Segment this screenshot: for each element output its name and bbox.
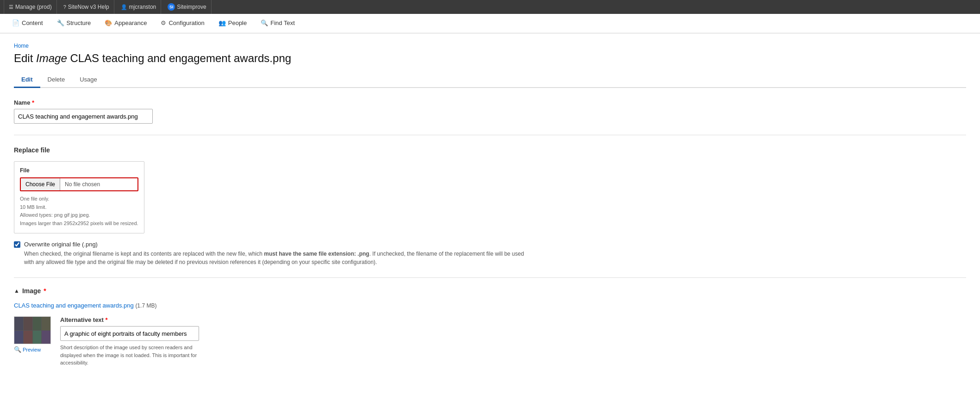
configuration-icon: ⚙ xyxy=(161,19,166,26)
tab-edit[interactable]: Edit xyxy=(14,72,40,88)
preview-link[interactable]: 🔍 Preview xyxy=(14,346,51,353)
name-field-group: Name * xyxy=(14,99,966,124)
image-file-link-row: CLAS teaching and engagement awards.png … xyxy=(14,302,966,309)
file-upload-box: File Choose File No file chosen One file… xyxy=(14,161,144,233)
image-section: ▲ Image * CLAS teaching and engagement a… xyxy=(14,277,966,367)
thumb-cell-5 xyxy=(14,331,23,344)
page-title: Edit Image CLAS teaching and engagement … xyxy=(14,52,966,65)
thumb-cell-2 xyxy=(24,317,32,330)
alt-text-input[interactable] xyxy=(60,326,199,341)
find-text-icon: 🔍 xyxy=(261,19,268,26)
structure-icon: 🔧 xyxy=(57,19,64,26)
thumb-cell-1 xyxy=(14,317,23,330)
name-input[interactable] xyxy=(14,109,153,124)
nav-find-text[interactable]: 🔍 Find Text xyxy=(254,14,301,33)
file-input-row: Choose File No file chosen xyxy=(20,177,138,191)
topbar: ☰ Manage (prod) ? SiteNow v3 Help 👤 mjcr… xyxy=(0,0,980,14)
file-size-value: (1.7 MB) xyxy=(135,302,156,309)
collapse-icon[interactable]: ▲ xyxy=(14,288,19,294)
appearance-icon: 🎨 xyxy=(105,19,112,26)
overwrite-row: Overwrite original file (.png) xyxy=(14,241,966,248)
name-label: Name * xyxy=(14,99,966,106)
file-hints: One file only. 10 MB limit. Allowed type… xyxy=(20,195,138,227)
thumb-cell-3 xyxy=(33,317,42,330)
choose-file-button[interactable]: Choose File xyxy=(21,178,60,190)
thumb-cell-6 xyxy=(24,331,32,344)
image-thumbnail-container: 🔍 Preview xyxy=(14,316,51,353)
overwrite-checkbox[interactable] xyxy=(14,241,20,248)
divider xyxy=(14,135,966,135)
nav-appearance[interactable]: 🎨 Appearance xyxy=(98,14,153,33)
replace-file-heading: Replace file xyxy=(14,146,966,154)
image-file-link[interactable]: CLAS teaching and engagement awards.png xyxy=(14,302,134,309)
file-hint-2: 10 MB limit. xyxy=(20,203,138,212)
people-icon: 👥 xyxy=(218,19,226,26)
alt-text-field-group: Alternative text * Short description of … xyxy=(60,316,199,367)
main-content: Home Edit Image CLAS teaching and engage… xyxy=(0,33,980,396)
file-hint-3: Allowed types: png gif jpg jpeg. xyxy=(20,211,138,220)
alt-text-label: Alternative text * xyxy=(60,316,199,323)
breadcrumb[interactable]: Home xyxy=(14,43,966,49)
file-hint-1: One file only. xyxy=(20,195,138,203)
user-icon: 👤 xyxy=(121,4,127,10)
topbar-user[interactable]: 👤 mjcranston xyxy=(116,0,162,14)
nav-people[interactable]: 👥 People xyxy=(212,14,253,33)
alt-text-row: 🔍 Preview Alternative text * Short descr… xyxy=(14,316,966,367)
replace-file-section: Replace file File Choose File No file ch… xyxy=(14,146,966,266)
no-file-text: No file chosen xyxy=(60,178,137,190)
overwrite-label[interactable]: Overwrite original file (.png) xyxy=(24,241,98,248)
tabs: Edit Delete Usage xyxy=(14,72,966,88)
siteimprove-icon: SI xyxy=(168,3,175,11)
preview-icon: 🔍 xyxy=(14,346,21,353)
image-thumbnail xyxy=(14,316,51,344)
thumb-cell-7 xyxy=(33,331,42,344)
nav-content[interactable]: 📄 Content xyxy=(6,14,50,33)
file-label: File xyxy=(20,167,138,174)
nav-configuration[interactable]: ⚙ Configuration xyxy=(154,14,211,33)
navbar: 📄 Content 🔧 Structure 🎨 Appearance ⚙ Con… xyxy=(0,14,980,33)
image-section-heading: ▲ Image * xyxy=(14,287,966,295)
alt-text-hint: Short description of the image used by s… xyxy=(60,344,199,367)
topbar-manage[interactable]: ☰ Manage (prod) xyxy=(4,0,57,14)
tab-usage[interactable]: Usage xyxy=(72,72,105,88)
topbar-sitenow-help[interactable]: ? SiteNow v3 Help xyxy=(59,0,114,14)
menu-icon: ☰ xyxy=(9,4,13,10)
thumb-cell-8 xyxy=(42,331,50,344)
help-icon: ? xyxy=(63,4,66,10)
tab-delete[interactable]: Delete xyxy=(40,72,73,88)
file-hint-4: Images larger than 2952x2952 pixels will… xyxy=(20,220,138,228)
content-icon: 📄 xyxy=(12,19,19,26)
thumb-cell-4 xyxy=(42,317,50,330)
overwrite-description: When checked, the original filename is k… xyxy=(24,250,533,266)
nav-structure[interactable]: 🔧 Structure xyxy=(50,14,98,33)
topbar-siteimprove[interactable]: SI Siteimprove xyxy=(163,0,211,14)
